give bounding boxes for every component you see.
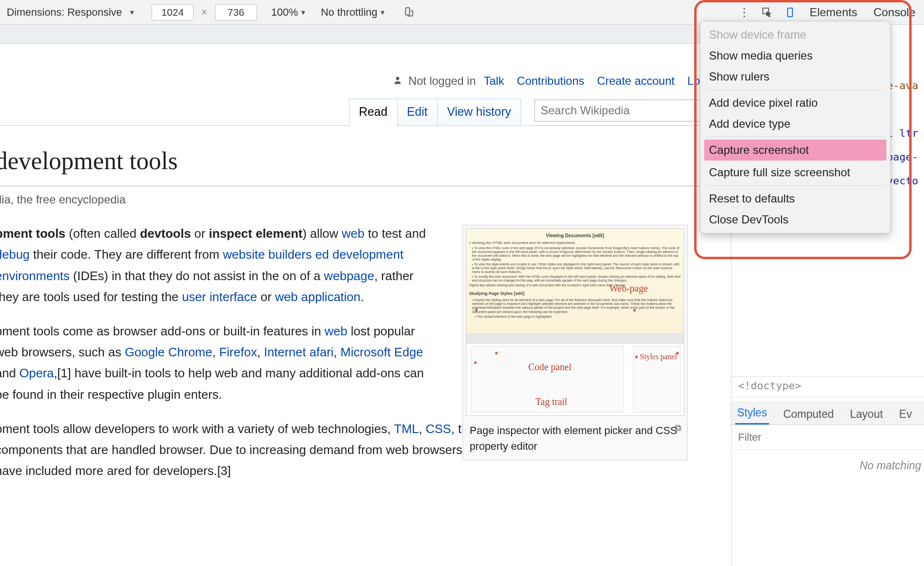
code-fragment: page- [887,151,918,163]
tab-console[interactable]: Console [870,6,919,19]
article-paragraph: pment tools (often called devtools or in… [0,223,434,307]
chevron-down-icon[interactable]: ▼ [300,9,307,16]
menu-close-devtools[interactable]: Close DevTools [700,209,890,230]
tab-event-listeners[interactable]: Ev [897,403,914,424]
ruler-bar [0,25,731,44]
svg-point-3 [396,77,400,80]
page-subtitle: dia, the free encyclopedia [0,190,731,210]
code-fragment: i ltr [887,127,918,139]
article-paragraph: pment tools come as browser add-ons or b… [0,321,434,405]
menu-show-media-queries[interactable]: Show media queries [700,45,890,66]
link-opera[interactable]: Opera [20,366,54,380]
styles-filter-row [731,425,924,450]
article-thumbnail: Viewing Documents [edit] • Viewing the H… [462,225,688,460]
width-input[interactable] [152,4,194,20]
menu-separator [706,90,884,90]
tab-view-history[interactable]: View history [437,99,521,125]
link-safari[interactable]: afari [309,345,334,359]
tab-layout[interactable]: Layout [848,403,885,424]
enlarge-icon[interactable]: ⧉ [675,421,681,435]
link-firefox[interactable]: Firefox [219,345,257,359]
link-website-builders[interactable]: website builders [223,247,311,262]
tab-computed[interactable]: Computed [781,403,836,424]
styles-filter-input[interactable] [738,431,917,444]
devtools-options-menu: Show device frame Show media queries Sho… [700,21,891,233]
chevron-down-icon[interactable]: ▼ [129,9,135,16]
annotation-webpage: Web-page [609,280,648,296]
link-user-interface[interactable]: user interface [182,290,257,304]
menu-add-pixel-ratio[interactable]: Add device pixel ratio [700,92,890,113]
kebab-menu-icon[interactable]: ⋮ [737,5,751,20]
wiki-view-tabs: Read Edit View history [0,97,731,126]
annotation-tag-trail: Tag trail [535,394,567,410]
annotation-code-panel: Code panel [528,359,572,375]
tab-elements[interactable]: Elements [806,6,861,19]
thumbnail-caption: Page inspector with element picker and C… [466,416,684,457]
menu-capture-screenshot[interactable]: Capture screenshot [704,140,886,161]
link-web-browsers[interactable]: web [325,324,348,338]
device-toggle-icon[interactable] [783,5,797,20]
no-matching-label: No matching [731,454,924,478]
menu-separator [706,185,884,186]
page-title: development tools [0,140,731,186]
link-debug[interactable]: debug [0,247,30,262]
link-webpage[interactable]: webpage [324,269,374,283]
tab-read[interactable]: Read [349,99,398,126]
search-box [534,100,725,121]
tab-edit[interactable]: Edit [397,99,438,125]
svg-rect-0 [406,8,410,15]
device-viewport: Not logged in Talk Contributions Create … [0,25,731,566]
svg-rect-2 [788,8,792,17]
menu-show-device-frame: Show device frame [700,24,890,45]
link-chrome[interactable]: Google Chrome [125,345,213,359]
zoom-label[interactable]: 100% [271,6,298,19]
annotation-styles-panel: Styles panel [640,353,677,361]
thumbnail-image[interactable]: Viewing Documents [edit] • Viewing the H… [466,228,684,416]
not-logged-in-label: Not logged in [409,74,476,87]
link-web[interactable]: web [342,226,365,241]
menu-add-device-type[interactable]: Add device type [700,113,890,134]
rotate-icon[interactable] [402,6,415,19]
link-web-application[interactable]: web application [275,290,360,304]
styles-sidebar-tabs: Styles Computed Layout Ev [731,401,924,425]
menu-show-rulers[interactable]: Show rulers [700,66,890,87]
link-contributions[interactable]: Contributions [517,74,584,87]
user-icon [393,75,405,87]
dom-breadcrumb[interactable]: <!doctype> [731,376,924,397]
inspect-icon[interactable] [760,5,774,20]
wiki-personal-tools: Not logged in Talk Contributions Create … [0,44,731,97]
article-body: development tools dia, the free encyclop… [0,126,731,481]
menu-capture-full-screenshot[interactable]: Capture full size screenshot [700,162,890,183]
link-edge[interactable]: Microsoft Edge [340,345,423,359]
link-create-account[interactable]: Create account [597,74,675,87]
wikipedia-page: Not logged in Talk Contributions Create … [0,44,731,481]
menu-separator [706,137,884,137]
menu-reset-defaults[interactable]: Reset to defaults [700,188,890,209]
tab-styles[interactable]: Styles [735,402,769,424]
height-input[interactable] [215,4,257,20]
link-talk[interactable]: Talk [484,74,504,87]
link-html[interactable]: TML [394,422,419,436]
chevron-down-icon[interactable]: ▼ [380,9,386,16]
dimensions-label[interactable]: Dimensions: Responsive [7,6,122,19]
link-css[interactable]: CSS [426,422,451,436]
times-label: × [197,6,211,19]
link-internet-explorer[interactable]: Internet [264,345,306,359]
search-input[interactable] [535,104,707,117]
throttling-label[interactable]: No throttling [321,6,378,19]
